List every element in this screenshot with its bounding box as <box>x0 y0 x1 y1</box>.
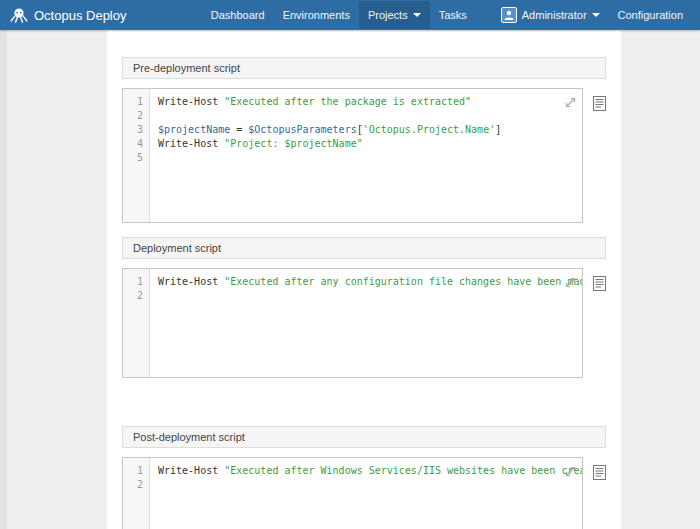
line-number-gutter: 12 <box>123 269 150 377</box>
brand-link[interactable]: Octopus Deploy <box>10 6 127 24</box>
insert-variable-icon[interactable] <box>593 276 606 291</box>
code-lines[interactable]: Write-Host "Executed after the package i… <box>150 89 582 222</box>
script-section: Deployment script 12 Write-Host "Execute… <box>122 237 606 378</box>
code-line[interactable] <box>158 289 583 303</box>
editor-row: 12 Write-Host "Executed after Windows Se… <box>122 457 606 529</box>
code-editor[interactable]: 12345 Write-Host "Executed after the pac… <box>122 88 583 223</box>
brand-label: Octopus Deploy <box>34 8 127 23</box>
nav-item-dashboard[interactable]: Dashboard <box>202 1 274 29</box>
line-number-gutter: 12 <box>123 458 150 529</box>
main-nav: Dashboard Environments Projects Tasks <box>202 1 476 29</box>
nav-item-environments[interactable]: Environments <box>274 1 359 29</box>
nav-item-tasks[interactable]: Tasks <box>430 1 476 29</box>
code-line[interactable]: Write-Host "Project: $projectName" <box>158 137 574 151</box>
code-line[interactable]: Write-Host "Executed after Windows Servi… <box>158 464 583 478</box>
sections: Pre-deployment script 12345 Write-Host "… <box>122 57 606 529</box>
code-line[interactable]: Write-Host "Executed after the package i… <box>158 95 574 109</box>
code-lines[interactable]: Write-Host "Executed after any configura… <box>150 269 583 377</box>
code-editor[interactable]: 12 Write-Host "Executed after any config… <box>122 268 583 378</box>
user-avatar-icon <box>501 7 517 23</box>
section-header: Pre-deployment script <box>122 57 606 79</box>
nav-item-projects-label: Projects <box>368 9 408 21</box>
editor-row: 12345 Write-Host "Executed after the pac… <box>122 88 606 223</box>
navbar-right: Administrator Configuration <box>492 0 692 31</box>
code-line[interactable]: Write-Host "Executed after any configura… <box>158 275 583 289</box>
user-menu[interactable]: Administrator <box>492 0 609 31</box>
section-title: Pre-deployment script <box>133 62 240 74</box>
insert-variable-icon[interactable] <box>593 465 606 480</box>
page-left-edge <box>0 30 7 529</box>
fullscreen-expand-icon[interactable] <box>565 463 576 481</box>
code-lines[interactable]: Write-Host "Executed after Windows Servi… <box>150 458 583 529</box>
section-header: Deployment script <box>122 237 606 259</box>
line-number-gutter: 12345 <box>123 89 150 222</box>
page-body: Pre-deployment script 12345 Write-Host "… <box>0 30 700 529</box>
fullscreen-expand-icon[interactable] <box>565 274 576 292</box>
code-editor[interactable]: 12 Write-Host "Executed after Windows Se… <box>122 457 583 529</box>
editor-row: 12 Write-Host "Executed after any config… <box>122 268 606 378</box>
insert-variable-icon[interactable] <box>593 96 606 111</box>
code-line[interactable]: $projectName = $OctopusParameters['Octop… <box>158 123 574 137</box>
octopus-logo-icon <box>10 6 28 24</box>
caret-down-icon <box>592 13 600 17</box>
nav-item-projects[interactable]: Projects <box>359 1 430 29</box>
section-header: Post-deployment script <box>122 426 606 448</box>
script-section: Post-deployment script 12 Write-Host "Ex… <box>122 426 606 529</box>
code-line[interactable] <box>158 109 574 123</box>
code-line[interactable] <box>158 151 574 165</box>
nav-item-configuration[interactable]: Configuration <box>609 1 692 29</box>
navbar: Octopus Deploy Dashboard Environments Pr… <box>0 0 700 30</box>
section-title: Post-deployment script <box>133 431 245 443</box>
fullscreen-expand-icon[interactable] <box>565 94 576 112</box>
content-card: Pre-deployment script 12345 Write-Host "… <box>107 30 621 529</box>
code-line[interactable] <box>158 478 583 492</box>
script-section: Pre-deployment script 12345 Write-Host "… <box>122 57 606 223</box>
caret-down-icon <box>413 13 421 17</box>
user-menu-label: Administrator <box>522 9 587 21</box>
section-title: Deployment script <box>133 242 221 254</box>
